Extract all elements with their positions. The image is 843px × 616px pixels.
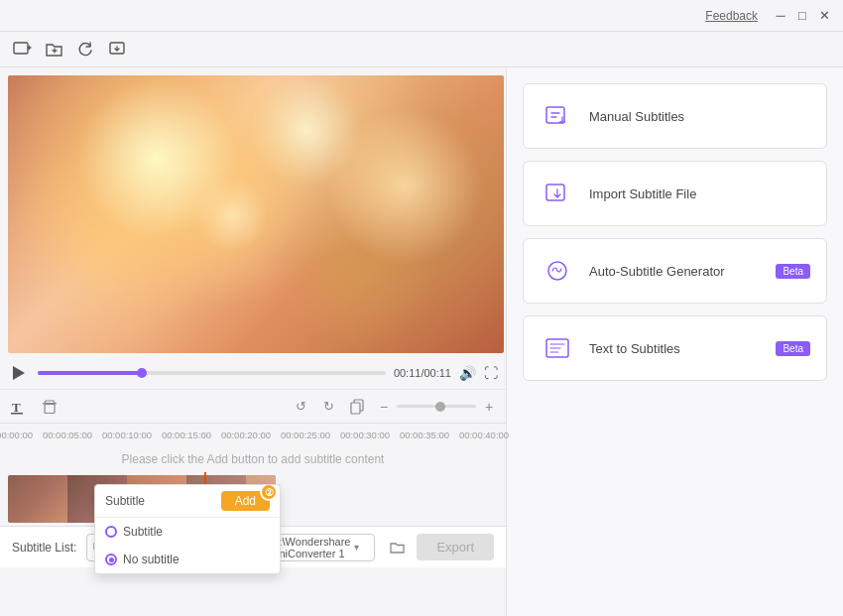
- feedback-link[interactable]: Feedback: [705, 9, 758, 23]
- copy-button[interactable]: [345, 395, 369, 419]
- edit-toolbar: T ↺ ↻: [0, 389, 506, 423]
- ruler-label-0: 00:00:00:00: [0, 430, 33, 440]
- main-content: 00:11/00:11 🔊 ⛶ T: [0, 67, 843, 616]
- text-to-subtitles-icon: [540, 330, 575, 366]
- progress-fill: [38, 371, 142, 375]
- ruler-label-7: 00:00:35:00: [400, 430, 449, 440]
- ruler-label-8: 00:00:40:00: [459, 430, 509, 440]
- add-badge: ②: [260, 484, 278, 501]
- svg-rect-0: [14, 43, 28, 54]
- svg-rect-5: [45, 404, 55, 413]
- add-media-button[interactable]: [10, 37, 36, 62]
- zoom-in-button[interactable]: +: [480, 398, 498, 416]
- ruler-label-4: 00:00:20:00: [221, 430, 271, 440]
- file-path-text: D:\Wondershare UniConverter 1: [272, 536, 351, 559]
- dropdown-item-no-subtitle[interactable]: No subtitle: [95, 546, 280, 573]
- ruler-label-3: 00:00:15:00: [162, 430, 211, 440]
- radio-no-subtitle: [105, 554, 117, 565]
- ruler-label-1: 00:00:05:00: [43, 430, 92, 440]
- timeline-hint: Please click the Add button to add subti…: [0, 446, 506, 472]
- subtitle-text-button[interactable]: T: [8, 395, 32, 419]
- title-bar: Feedback ─ □ ✕: [0, 0, 843, 32]
- zoom-out-button[interactable]: −: [375, 398, 393, 416]
- text-to-subtitles-beta-badge: Beta: [776, 341, 810, 356]
- auto-subtitle-label: Auto-Subtitle Generator: [589, 264, 725, 279]
- export-button[interactable]: Export: [417, 534, 494, 560]
- refresh-button[interactable]: [73, 37, 99, 62]
- manual-subtitles-card[interactable]: Manual Subtitles: [523, 83, 827, 149]
- minimize-button[interactable]: ─: [770, 5, 791, 27]
- edit-toolbar-right: ↺ ↻ − +: [290, 395, 498, 419]
- ruler-label-6: 00:00:30:00: [340, 430, 390, 440]
- maximize-button[interactable]: □: [791, 5, 813, 27]
- progress-bar[interactable]: [38, 371, 386, 375]
- svg-text:T: T: [12, 400, 21, 415]
- play-button[interactable]: [8, 362, 30, 384]
- manual-subtitles-label: Manual Subtitles: [589, 109, 684, 124]
- dropdown-header-text: Subtitle: [105, 494, 145, 508]
- close-button[interactable]: ✕: [813, 5, 835, 27]
- subtitle-dropdown-popup: Subtitle Add ② Subtitle No subtitle: [94, 484, 281, 574]
- dropdown-item-subtitle-label: Subtitle: [123, 525, 163, 539]
- dropdown-item-no-subtitle-label: No subtitle: [123, 553, 180, 566]
- import-subtitle-card[interactable]: Import Subtitle File: [523, 161, 827, 226]
- import-subtitle-label: Import Subtitle File: [589, 186, 696, 201]
- toolbar: [0, 32, 843, 67]
- thumb-1: [8, 475, 67, 523]
- timeline-ruler: 00:00:00:00 00:00:05:00 00:00:10:00 00:0…: [0, 423, 506, 446]
- video-controls: 00:11/00:11 🔊 ⛶: [0, 357, 506, 389]
- text-to-subtitles-card[interactable]: Text to Subtitles Beta: [523, 315, 827, 381]
- auto-subtitle-icon: [540, 253, 575, 289]
- app-window: Feedback ─ □ ✕: [0, 0, 843, 616]
- video-bokeh: [8, 75, 504, 353]
- zoom-thumb: [435, 402, 445, 412]
- import-button[interactable]: [105, 37, 131, 62]
- fullscreen-icon[interactable]: ⛶: [484, 365, 498, 381]
- zoom-bar: − +: [375, 398, 498, 416]
- left-panel: 00:11/00:11 🔊 ⛶ T: [0, 67, 506, 616]
- manual-subtitles-icon: [540, 98, 575, 134]
- volume-icon[interactable]: 🔊: [459, 365, 476, 381]
- svg-rect-7: [351, 403, 360, 414]
- dropdown-header: Subtitle Add ②: [95, 485, 280, 518]
- dropdown-item-subtitle[interactable]: Subtitle: [95, 518, 280, 546]
- add-folder-button[interactable]: [42, 37, 67, 62]
- svg-rect-9: [546, 107, 564, 123]
- import-subtitle-icon: [540, 176, 575, 211]
- svg-rect-3: [11, 413, 23, 415]
- right-panel: Manual Subtitles Import Subtitle File: [506, 67, 843, 616]
- delete-button[interactable]: [38, 395, 61, 419]
- auto-subtitle-card[interactable]: Auto-Subtitle Generator Beta: [523, 238, 827, 304]
- time-display: 00:11/00:11: [394, 367, 451, 379]
- ruler-label-2: 00:00:10:00: [102, 430, 152, 440]
- video-preview: [8, 75, 504, 353]
- text-to-subtitles-label: Text to Subtitles: [589, 341, 680, 356]
- zoom-slider[interactable]: [397, 405, 476, 408]
- subtitle-list-label: Subtitle List:: [12, 541, 76, 554]
- progress-thumb: [137, 368, 147, 378]
- redo-button[interactable]: ↻: [317, 396, 339, 418]
- undo-button[interactable]: ↺: [290, 396, 311, 418]
- auto-subtitle-beta-badge: Beta: [776, 264, 810, 279]
- ruler-label-5: 00:00:25:00: [281, 430, 330, 440]
- svg-rect-10: [546, 185, 564, 200]
- radio-subtitle: [105, 526, 117, 538]
- folder-button[interactable]: [389, 536, 407, 559]
